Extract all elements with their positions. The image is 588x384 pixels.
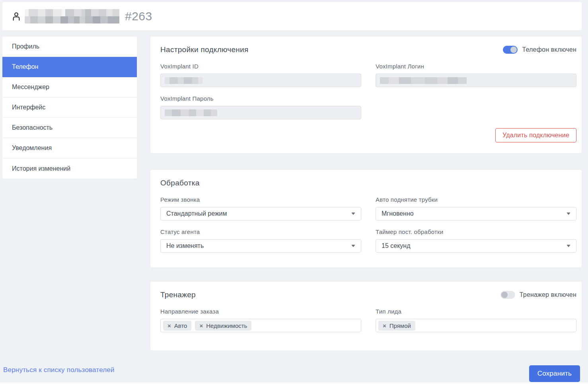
sidebar-item-notifications[interactable]: Уведомления (2, 138, 137, 158)
chevron-down-icon (567, 212, 570, 215)
trainer-enabled-toggle[interactable]: Тренажер включен (500, 291, 576, 299)
redacted-value (165, 109, 217, 116)
chip-direct: Прямой (378, 321, 415, 331)
voximplant-password-field-group: VoxImplant Пароль (160, 95, 361, 119)
chip-label: Прямой (389, 322, 411, 329)
delete-connection-button[interactable]: Удалить подключение (495, 128, 576, 142)
sidebar-item-interface[interactable]: Интерфейс (2, 97, 137, 118)
user-settings-page: #263 Профиль Телефон Мессенджер Интерфей… (0, 0, 588, 384)
voximplant-password-input (160, 106, 361, 119)
trainer-card-title: Тренажер (160, 290, 196, 299)
order-direction-field-group: Направление заказа Авто Недвижимость (160, 308, 361, 332)
toggle-on-icon[interactable] (503, 46, 518, 54)
back-to-users-link[interactable]: Вернуться к списку пользователей (3, 366, 115, 374)
remove-chip-icon[interactable] (199, 323, 203, 329)
save-button[interactable]: Сохранить (529, 365, 580, 382)
connection-settings-card: Настройки подключения Телефон включен Vo… (150, 37, 582, 153)
trainer-card: Тренажер Тренажер включен Направление за… (150, 282, 582, 351)
postprocess-timer-value: 15 секунд (382, 242, 411, 250)
chevron-down-icon (567, 245, 570, 247)
lead-type-label: Тип лида (376, 308, 576, 315)
voximplant-id-label: VoxImplant ID (160, 63, 361, 70)
chip-auto: Авто (163, 321, 191, 331)
user-number: #263 (125, 10, 152, 23)
call-mode-field-group: Режим звонка Стандартный режим (160, 196, 361, 220)
lead-type-field-group: Тип лида Прямой (376, 308, 576, 332)
processing-card-title: Обработка (160, 179, 200, 187)
agent-status-label: Статус агента (160, 228, 361, 235)
connection-card-title: Настройки подключения (160, 45, 249, 54)
person-icon (11, 11, 21, 21)
call-mode-label: Режим звонка (160, 196, 361, 203)
auto-answer-field-group: Авто поднятие трубки Мгновенно (376, 196, 576, 220)
chip-label: Авто (174, 322, 187, 329)
trainer-enabled-toggle-label: Тренажер включен (520, 291, 576, 298)
voximplant-login-input (376, 74, 576, 87)
phone-enabled-toggle[interactable]: Телефон включен (503, 46, 576, 54)
agent-status-field-group: Статус агента Не изменять (160, 228, 361, 253)
voximplant-password-label: VoxImplant Пароль (160, 95, 361, 102)
phone-enabled-toggle-label: Телефон включен (522, 46, 576, 53)
call-mode-select[interactable]: Стандартный режим (160, 207, 361, 220)
redacted-value (380, 77, 467, 84)
bottom-strip (0, 382, 588, 384)
call-mode-value: Стандартный режим (166, 210, 227, 217)
redacted-value (165, 77, 203, 84)
chip-label: Недвижимость (206, 322, 247, 329)
sidebar-item-messenger[interactable]: Мессенджер (2, 77, 137, 97)
toggle-off-icon[interactable] (500, 291, 515, 299)
sidebar-item-history[interactable]: История изменений (2, 158, 137, 179)
chevron-down-icon (351, 212, 355, 215)
postprocess-timer-select[interactable]: 15 секунд (376, 239, 576, 253)
chevron-down-icon (351, 245, 355, 247)
agent-status-select[interactable]: Не изменять (160, 239, 361, 253)
postprocess-timer-label: Таймер пост. обработки (376, 228, 576, 235)
remove-chip-icon[interactable] (383, 323, 386, 329)
order-direction-label: Направление заказа (160, 308, 361, 315)
remove-chip-icon[interactable] (167, 323, 171, 329)
settings-sidebar: Профиль Телефон Мессенджер Интерфейс Без… (2, 37, 137, 179)
auto-answer-select[interactable]: Мгновенно (376, 207, 576, 220)
voximplant-login-label: VoxImplant Логин (376, 63, 576, 70)
sidebar-item-security[interactable]: Безопасность (2, 118, 137, 138)
page-header: #263 (2, 2, 582, 30)
redacted-user-name (25, 9, 119, 23)
auto-answer-value: Мгновенно (382, 210, 414, 217)
processing-card: Обработка Режим звонка Стандартный режим… (150, 170, 582, 267)
agent-status-value: Не изменять (166, 242, 204, 250)
sidebar-item-profile[interactable]: Профиль (2, 37, 137, 57)
voximplant-id-input (160, 74, 361, 87)
auto-answer-label: Авто поднятие трубки (376, 196, 576, 203)
voximplant-login-field-group: VoxImplant Логин (376, 63, 576, 87)
chip-real-estate: Недвижимость (195, 321, 251, 331)
postprocess-timer-field-group: Таймер пост. обработки 15 секунд (376, 228, 576, 253)
voximplant-id-field-group: VoxImplant ID (160, 63, 361, 87)
sidebar-item-phone[interactable]: Телефон (2, 57, 137, 77)
lead-type-multiselect[interactable]: Прямой (376, 319, 576, 332)
order-direction-multiselect[interactable]: Авто Недвижимость (160, 319, 361, 332)
